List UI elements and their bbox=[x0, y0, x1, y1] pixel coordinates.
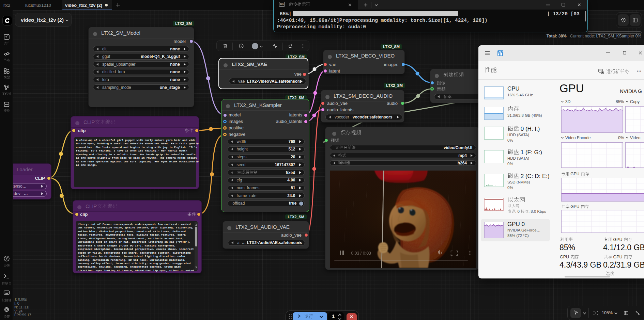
svg-text:0:03 / 0:03: 0:03 / 0:03 bbox=[351, 251, 371, 256]
